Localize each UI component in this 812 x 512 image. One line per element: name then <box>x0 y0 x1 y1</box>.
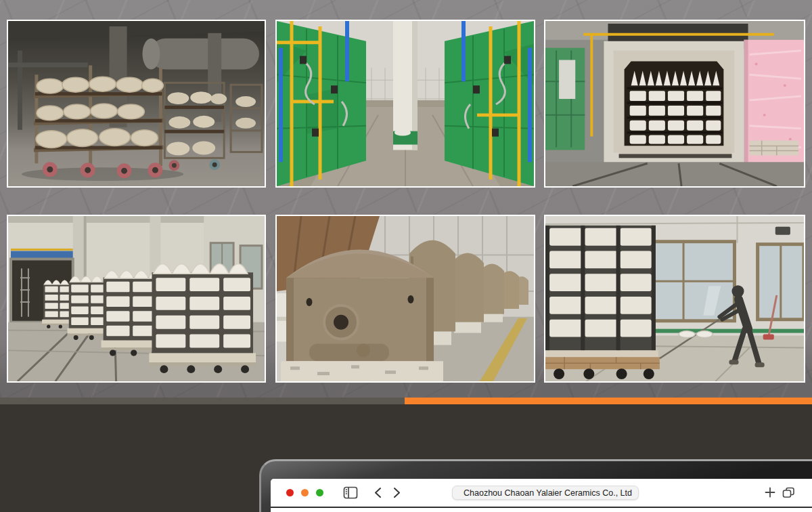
tab-overview-button[interactable] <box>782 487 795 500</box>
close-window-button[interactable] <box>286 489 294 496</box>
tab-overview-icon <box>782 487 795 498</box>
mold-carts-illustration <box>8 21 265 186</box>
address-bar-text: Chaozhou Chaoan Yalaier Ceramics Co., Lt… <box>464 488 632 498</box>
laptop-section: Chaozhou Chaoan Yalaier Ceramics Co., Lt… <box>0 404 812 512</box>
new-tab-button[interactable] <box>765 487 775 500</box>
address-bar[interactable]: Chaozhou Chaoan Yalaier Ceramics Co., Lt… <box>452 486 639 500</box>
kiln-cars-illustration <box>8 216 265 381</box>
laptop-mockup: Chaozhou Chaoan Yalaier Ceramics Co., Lt… <box>259 459 812 512</box>
back-button[interactable] <box>373 487 383 500</box>
sidebar-toggle-button[interactable] <box>343 486 358 501</box>
gallery-photo-clay-tanks <box>275 215 535 383</box>
zoom-window-button[interactable] <box>316 489 323 496</box>
divider-left-segment <box>0 398 405 404</box>
glazing-machines-illustration <box>277 21 534 186</box>
factory-gallery-section <box>0 0 812 398</box>
browser-page-content <box>271 508 812 511</box>
kiln-front-illustration <box>545 21 804 186</box>
forward-button[interactable] <box>392 487 402 500</box>
gallery-photo-kiln-cars <box>7 215 266 383</box>
gallery-photo-mold-carts <box>7 20 266 188</box>
divider-accent-segment <box>405 398 812 404</box>
section-divider <box>0 398 812 404</box>
minimize-window-button[interactable] <box>301 489 309 496</box>
gallery-photo-glazing-machines <box>275 20 535 188</box>
window-controls <box>286 489 323 496</box>
gallery-photo-worker-cart <box>544 215 805 383</box>
worker-cart-illustration <box>545 216 804 381</box>
back-icon <box>373 487 383 498</box>
sidebar-toggle-icon <box>343 486 358 499</box>
forward-icon <box>392 487 402 498</box>
gallery-photo-kiln-front <box>544 20 805 188</box>
clay-tanks-illustration <box>277 216 534 381</box>
new-tab-icon <box>765 487 775 498</box>
browser-window: Chaozhou Chaoan Yalaier Ceramics Co., Lt… <box>271 479 812 512</box>
browser-toolbar: Chaozhou Chaoan Yalaier Ceramics Co., Lt… <box>271 479 812 508</box>
